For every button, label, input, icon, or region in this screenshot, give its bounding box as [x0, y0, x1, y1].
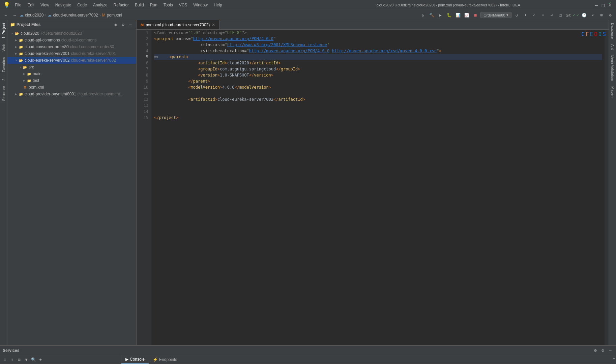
maximize-button[interactable]: □ — [600, 2, 606, 8]
build-button[interactable]: 🔨 — [428, 11, 435, 19]
profile-button[interactable]: 📈 — [463, 11, 470, 19]
tree-item-src[interactable]: ▾ 📂 src — [7, 64, 136, 70]
expand-all-button[interactable]: ⬇ — [2, 357, 8, 363]
group-button[interactable]: ⊞ — [16, 357, 22, 363]
code-line-2: <project xmlns="http://maven.apache.org/… — [154, 36, 602, 42]
folder-icon: 📁 — [18, 44, 24, 50]
sidebar-item-structure[interactable]: Structure — [1, 83, 6, 104]
debug-button[interactable]: 🐛 — [445, 11, 453, 19]
menu-help[interactable]: Help — [211, 2, 225, 8]
menu-vcs[interactable]: VCS — [176, 2, 190, 8]
push-button[interactable]: ⬇ — [539, 11, 547, 19]
close-panel-button[interactable]: — — [127, 22, 134, 28]
sidebar-bean-validation[interactable]: Bean Validation — [610, 53, 615, 84]
menu-tools[interactable]: Tools — [161, 2, 176, 8]
settings-button[interactable]: ⚙ — [607, 11, 614, 19]
menu-code[interactable]: Code — [75, 2, 90, 8]
window-title: cloud2020 [F:\JetBrains\cloud2020] - pom… — [303, 3, 594, 7]
branch-selector[interactable]: OrderMain80 ▾ — [480, 12, 511, 18]
add-service-button[interactable]: + — [37, 357, 43, 363]
line-num-14: 14 — [137, 109, 151, 115]
line-num-6: 6 — [137, 60, 151, 66]
services-gear-button[interactable]: ⚙ — [600, 347, 606, 354]
tree-item-cloud2020[interactable]: ▾ 📂 cloud2020 F:\JetBrains\cloud2020 — [7, 30, 136, 37]
scope-button[interactable]: ◉ — [113, 22, 119, 28]
settings-button[interactable]: ⚙ — [120, 22, 126, 28]
menu-window[interactable]: Window — [190, 2, 210, 8]
shelf-button[interactable]: 🗂 — [557, 11, 564, 19]
log-tab-endpoints[interactable]: ⚡ Endpoints — [149, 355, 181, 364]
vcs-button[interactable]: ⊞ — [598, 11, 605, 19]
tree-item-path: cloud-provider-payment... — [78, 92, 123, 96]
log-tab-console[interactable]: ▶ Console — [121, 355, 149, 364]
breadcrumb-project-name[interactable]: cloud2020 — [25, 13, 43, 18]
code-line-10: <modelVersion>4.0.0</modelVersion> — [154, 84, 602, 90]
code-line-11 — [154, 90, 602, 96]
tree-item-eureka7001[interactable]: ▶ 📁 cloud-eureka-server7001 cloud-eureka… — [7, 50, 136, 57]
tree-item-payment8001[interactable]: ▶ 📁 cloud-provider-payment8001 cloud-pro… — [7, 91, 136, 97]
tree-item-name: main — [33, 71, 41, 76]
scroll-up-button[interactable]: ▲ — [612, 355, 616, 360]
menu-build[interactable]: Build — [132, 2, 147, 8]
menu-file[interactable]: File — [12, 2, 24, 8]
tree-item-api-commons[interactable]: ▶ 📁 cloud-api-commons cloud-api-commons — [7, 37, 136, 43]
collapse-all-button[interactable]: ⬆ — [9, 357, 15, 363]
stop-button[interactable]: ■ — [472, 11, 479, 19]
sidebar-item-favorites[interactable]: Favorites — [1, 54, 6, 75]
tree-item-name: src — [29, 65, 34, 69]
code-line-14 — [154, 109, 602, 115]
tree-item-main[interactable]: ▶ 📁 main — [7, 70, 136, 77]
tree-item-test[interactable]: ▶ 📁 test — [7, 77, 136, 84]
update-button[interactable]: ⬆ — [522, 11, 529, 19]
back-button[interactable]: ← — [2, 11, 9, 19]
breadcrumb-module-name[interactable]: cloud-eureka-server7002 — [53, 13, 98, 18]
menu-edit[interactable]: Edit — [25, 2, 37, 8]
sidebar-left: 1: Project Web Favorites 2: Structure — [0, 20, 7, 345]
sidebar-maven[interactable]: Maven — [610, 84, 615, 100]
tree-item-path: cloud-consumer-order80 — [70, 44, 114, 49]
coverage-button[interactable]: 📊 — [454, 11, 462, 19]
sync-button[interactable]: ↻ — [419, 11, 427, 19]
revert-button[interactable]: ↩ — [548, 11, 555, 19]
filter-button[interactable]: ▼ — [23, 357, 29, 363]
forward-button[interactable]: → — [11, 11, 18, 19]
sidebar-item-web[interactable]: Web — [1, 41, 6, 54]
editor-content: 1 2 3 4 5 6 7 8 9 10 11 12 13 14 15 <?xm… — [137, 30, 609, 345]
log-panel: ▶ Console ⚡ Endpoints 2020-03-11 14:35:5… — [121, 355, 612, 364]
minimize-button[interactable]: — — [594, 2, 599, 8]
tree-item-consumer-order80[interactable]: ▶ 📁 cloud-consumer-order80 cloud-consume… — [7, 43, 136, 50]
breadcrumb-file[interactable]: pom.xml — [107, 13, 122, 18]
services-settings-button[interactable]: ⚙ — [592, 347, 598, 354]
sidebar-item-2[interactable]: 2: — [1, 75, 6, 83]
search-services-button[interactable]: 🔍 — [30, 357, 36, 363]
history-button[interactable]: 🕐 — [580, 11, 588, 19]
rollback-button[interactable]: ↶ — [589, 11, 596, 19]
expand-icon: ▶ — [14, 52, 18, 56]
breadcrumb-module[interactable]: ☁ — [48, 13, 52, 18]
breadcrumb-project[interactable]: ☁ — [20, 13, 24, 18]
sidebar-item-project[interactable]: 1: Project — [1, 20, 6, 41]
folder-icon: 📂 — [14, 31, 20, 36]
tree-item-pom-xml[interactable]: M pom.xml — [7, 84, 136, 91]
line-num-8: 8 — [137, 72, 151, 78]
sidebar-ant[interactable]: Ant — [610, 41, 615, 53]
services-minimize-button[interactable]: — — [607, 347, 613, 354]
refresh-button[interactable]: ↺ — [513, 11, 520, 19]
tab-close-button[interactable]: ✕ — [212, 23, 215, 27]
menu-view[interactable]: View — [38, 2, 52, 8]
menu-navigate[interactable]: Navigate — [53, 2, 74, 8]
code-line-9: </parent> — [154, 78, 602, 84]
run-button[interactable]: ▶ — [437, 11, 444, 19]
folder-icon: 📁 — [26, 71, 32, 77]
code-content[interactable]: <?xml version="1.0" encoding="UTF-8"?> <… — [151, 30, 605, 345]
line-numbers: 1 2 3 4 5 6 7 8 9 10 11 12 13 14 15 — [137, 30, 151, 345]
sidebar-database[interactable]: Database — [610, 20, 615, 41]
menu-analyze[interactable]: Analyze — [90, 2, 110, 8]
tree-item-eureka7002[interactable]: ▾ 📂 cloud-eureka-server7002 cloud-eureka… — [7, 57, 136, 64]
commit-button[interactable]: ✓ — [530, 11, 538, 19]
menu-refactor[interactable]: Refactor — [111, 2, 131, 8]
editor-tab-pom[interactable]: M pom.xml (cloud-eureka-server7002) ✕ — [137, 20, 219, 29]
expand-icon: ▶ — [22, 72, 26, 76]
menu-run[interactable]: Run — [147, 2, 160, 8]
tree-item-name: cloud2020 — [21, 31, 39, 36]
